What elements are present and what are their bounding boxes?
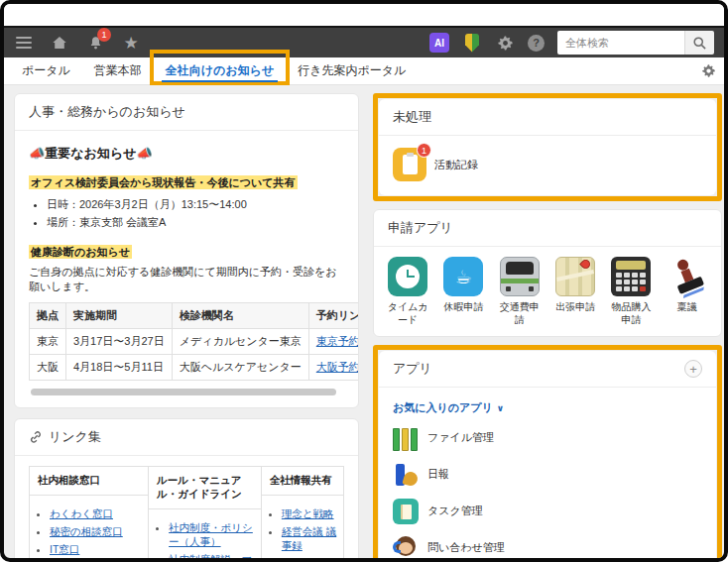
office-committee-heading: オフィス検討委員会から現状報告・今後について共有: [29, 175, 298, 189]
tokyo-booking-link[interactable]: 東京予約サイ: [316, 335, 359, 347]
link-item[interactable]: 秘密の相談窓口: [50, 525, 123, 537]
osaka-booking-link[interactable]: 大阪予約サイ: [316, 361, 359, 373]
table-row-osaka: 大阪 4月18日〜5月11日 大阪ヘルスケアセンター 大阪予約サイ: [30, 355, 360, 381]
window-chrome-strip: [4, 4, 724, 26]
table-row-tokyo: 東京 3月17日〜3月27日 メディカルセンター東京 東京予約サイ: [30, 329, 360, 355]
app-file-management[interactable]: ファイル管理: [393, 425, 702, 451]
meeting-datetime: 日時：2026年3月2日（月）13:15〜14:00: [47, 197, 344, 212]
link-item[interactable]: 組織図: [282, 557, 313, 562]
request-apps-row: タイムカード ☕ 休暇申請 交通費申請: [374, 247, 721, 336]
link-collection-title: リンク集: [49, 428, 101, 446]
app-transport-expense[interactable]: 交通費申請: [498, 257, 542, 326]
search-input[interactable]: [557, 31, 684, 55]
meeting-place: 場所：東京支部 会議室A: [47, 215, 344, 230]
home-icon[interactable]: [50, 33, 69, 53]
hamburger-menu-icon[interactable]: [14, 33, 34, 53]
hr-notice-card: 人事・総務からのお知らせ 📣重要なお知らせ📣 オフィス検討委員会から現状報告・今…: [14, 93, 359, 408]
app-daily-report[interactable]: 日報: [393, 462, 702, 488]
app-ringi-approval[interactable]: 稟議: [666, 257, 709, 326]
health-check-text: ご自身の拠点に対応する健診機関にて期間内に予約・受診をお願いします。: [29, 265, 344, 294]
apps-title: アプリ: [393, 360, 432, 378]
links-column-rules: ルール・マニュアル・ガイドライン 社内制度・ポリシー（人事） 社内制度解説・マニ…: [149, 467, 262, 562]
link-item[interactable]: IT窓口: [50, 543, 79, 555]
toolbar-left-group: 1 ★: [14, 33, 141, 53]
help-icon[interactable]: ?: [528, 35, 545, 52]
health-check-table: 拠点 実施期間 検診機関名 予約リンク 東京 3月17日〜3月27日 メディカル…: [29, 302, 359, 381]
ai-assistant-icon[interactable]: AI: [429, 33, 449, 53]
add-app-button[interactable]: +: [684, 360, 702, 378]
left-column: 人事・総務からのお知らせ 📣重要なお知らせ📣 オフィス検討委員会から現状報告・今…: [14, 93, 359, 562]
activity-record-icon: 1: [393, 148, 426, 181]
pending-card: 未処理 1 活動記録: [379, 99, 716, 195]
link-item[interactable]: わくわく窓口: [50, 507, 113, 519]
link-item[interactable]: 社内制度・ポリシー（人事）: [169, 521, 253, 547]
link-item[interactable]: 経営会議 議事録: [282, 525, 336, 551]
task-note-icon: [393, 499, 419, 524]
top-toolbar: 1 ★ AI ?: [4, 26, 724, 57]
links-column-company-info: 全社情報共有 理念と戦略 経営会議 議事録 組織図 全社掲示 障害/メンテ告知 …: [262, 467, 343, 562]
hr-notice-title: 人事・総務からのお知らせ: [15, 94, 358, 131]
daily-report-icon: [393, 462, 419, 488]
col-header-org: 検診機関名: [172, 303, 308, 329]
settings-gear-icon[interactable]: [495, 33, 515, 53]
app-purchase-request[interactable]: 物品購入申請: [609, 257, 653, 326]
activity-record-item[interactable]: 1 活動記録: [379, 136, 716, 195]
tab-portal[interactable]: ポータル: [10, 57, 82, 84]
app-window: 1 ★ AI ? ポータル 営業本部: [0, 0, 728, 562]
links-column-consultation: 社内相談窓口 わくわく窓口 秘密の相談窓口 IT窓口 法務統制相談箱 財務経理部…: [30, 467, 149, 562]
activity-record-label: 活動記録: [434, 158, 478, 172]
important-notice-heading: 📣重要なお知らせ📣: [29, 145, 344, 163]
chevron-down-icon: ∨: [497, 403, 504, 413]
links-table: 社内相談窓口 わくわく窓口 秘密の相談窓口 IT窓口 法務統制相談箱 財務経理部…: [29, 466, 344, 562]
timecard-clock-icon: [388, 257, 427, 296]
apps-card: アプリ + お気に入りのアプリ ∨: [379, 351, 716, 562]
stamp-icon: [667, 257, 707, 296]
request-apps-card: 申請アプリ タイムカード ☕ 休暇申請: [373, 209, 722, 337]
link-chain-icon: [29, 430, 43, 444]
col-header-site: 拠点: [30, 303, 66, 329]
col-header-period: 実施期間: [66, 303, 173, 329]
activity-record-badge: 1: [417, 143, 431, 158]
train-icon: [500, 257, 540, 296]
coffee-cup-icon: ☕: [443, 257, 483, 296]
link-collection-card: リンク集 社内相談窓口 わくわく窓口 秘密の相談窓口 IT窓口 法務統制相談箱 …: [14, 418, 359, 562]
tab-sales-division[interactable]: 営業本部: [82, 57, 154, 84]
col-header-link: 予約リンク: [308, 303, 359, 329]
toolbar-right-group: AI ?: [429, 31, 714, 55]
notification-badge: 1: [97, 28, 111, 42]
favorite-apps-list: ファイル管理 日報: [393, 425, 702, 562]
app-business-trip[interactable]: 出張申請: [553, 257, 597, 326]
calculator-icon: [611, 257, 651, 296]
notification-bell-icon[interactable]: 1: [85, 33, 105, 53]
search-button[interactable]: [684, 31, 714, 55]
map-pin-icon: [555, 257, 595, 296]
app-inquiry-management[interactable]: 問い合わせ管理: [393, 535, 702, 561]
favorite-apps-dropdown[interactable]: お気に入りのアプリ ∨: [393, 400, 504, 415]
meeting-details-list: 日時：2026年3月2日（月）13:15〜14:00 場所：東京支部 会議室A: [47, 197, 344, 230]
tab-company-announcements[interactable]: 全社向けのお知らせ: [154, 57, 286, 84]
portal-tabbar: ポータル 営業本部 全社向けのお知らせ 行き先案内ポータル: [4, 57, 724, 85]
portal-content: 人事・総務からのお知らせ 📣重要なお知らせ📣 オフィス検討委員会から現状報告・今…: [4, 85, 724, 562]
headset-operator-icon: [393, 535, 419, 561]
app-task-management[interactable]: タスク管理: [393, 499, 702, 524]
annotation-box-apps: アプリ + お気に入りのアプリ ∨: [373, 345, 722, 562]
app-timecard[interactable]: タイムカード: [386, 257, 429, 326]
binders-icon: [393, 425, 419, 451]
app-vacation-request[interactable]: ☕ 休暇申請: [441, 257, 485, 326]
favorites-star-icon[interactable]: ★: [121, 33, 141, 53]
link-item[interactable]: 社内制度解説・マニュアル（人事）: [169, 553, 253, 562]
tabbar-settings-gear-icon[interactable]: [698, 61, 718, 81]
health-check-heading: 健康診断のお知らせ: [29, 245, 132, 259]
tab-destination-portal[interactable]: 行き先案内ポータル: [286, 57, 418, 84]
beginner-mark-icon[interactable]: [462, 33, 482, 53]
global-search: [557, 31, 714, 55]
link-item[interactable]: 理念と戦略: [282, 507, 334, 519]
request-apps-title: 申請アプリ: [374, 210, 721, 247]
pending-title: 未処理: [379, 99, 716, 136]
right-column: 未処理 1 活動記録 申請アプリ: [373, 93, 722, 562]
table-horizontal-scrollbar[interactable]: [31, 389, 336, 395]
annotation-box-pending: 未処理 1 活動記録: [373, 93, 722, 201]
